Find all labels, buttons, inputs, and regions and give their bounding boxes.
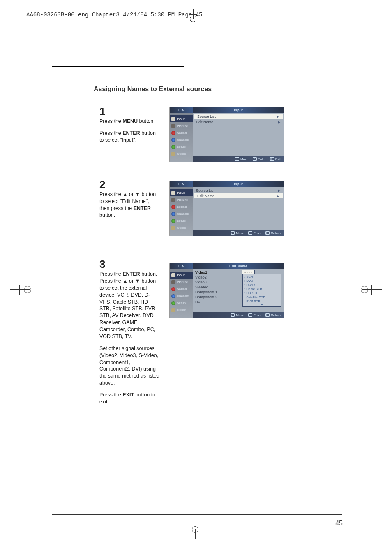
osd-footer: ♦Move ↵Enter ⅢExit	[193, 156, 284, 162]
osd-panel-title: Input	[193, 181, 284, 187]
name-dropdown: :VCR :DVD :D-VHS :Cable STB :HD STB :Sat…	[242, 274, 281, 307]
osd-main: Source List▶ Edit Name▶	[193, 187, 284, 230]
footer-return: ⅢReturn	[265, 231, 281, 235]
input-icon	[171, 117, 175, 121]
guide-icon	[171, 226, 175, 230]
dd-satellite-stb: :Satellite STB	[243, 295, 281, 299]
source-component1: Component 1	[193, 290, 238, 295]
footer-enter: ↵Enter	[253, 157, 266, 161]
source-video2: Video2	[193, 275, 238, 280]
osd-panel-title: Edit Name	[193, 263, 284, 269]
osd-tv-label: T V	[170, 181, 193, 187]
osd-row-source-list: Source List▶	[193, 188, 284, 193]
osd-sidebar: Input Picture Sound Channel Setup Guide	[170, 107, 193, 162]
footer-move: ♦Move	[235, 157, 249, 161]
edit-name-source-list: Video1 Video2 Video3 S-Video Component 1…	[193, 269, 238, 312]
sidebar-item-setup: Setup	[170, 143, 193, 150]
dd-vcr: :VCR	[243, 275, 281, 279]
sidebar-item-sound: Sound	[170, 129, 193, 136]
sidebar-item-input: Input	[170, 272, 193, 279]
osd-footer: ♦Move ↵Enter ⅢReturn	[193, 230, 284, 236]
osd-tv-label: T V	[170, 263, 193, 269]
dd-dvd: :DVD	[243, 279, 281, 283]
input-icon	[171, 273, 175, 277]
channel-icon	[171, 294, 175, 298]
chevron-down-icon: ▼	[243, 304, 281, 306]
crop-circle-left-icon	[24, 286, 31, 293]
sidebar-item-picture: Picture	[170, 279, 193, 286]
enter-icon: ↵	[248, 231, 252, 235]
source-dvi: DVI	[193, 299, 238, 304]
footer-return: ⅢReturn	[265, 313, 281, 317]
footer-move: ♦Move	[231, 313, 244, 317]
picture-icon	[171, 198, 175, 202]
osd-screenshot-3: T V Input Picture Sound Channel Setup Gu…	[169, 263, 284, 318]
sidebar-item-guide: Guide	[170, 224, 193, 231]
move-icon: ♦	[235, 157, 239, 161]
channel-icon	[171, 212, 175, 216]
sidebar-item-channel: Channel	[170, 210, 193, 217]
chevron-right-icon: ▶	[278, 189, 281, 193]
channel-icon	[171, 138, 175, 142]
sidebar-item-guide: Guide	[170, 306, 193, 313]
osd-row-edit-name: Edit Name▶	[193, 119, 284, 124]
footer-enter: ↵Enter	[248, 231, 261, 235]
footer-move: ♦Move	[231, 231, 244, 235]
osd-tv-label: T V	[170, 107, 193, 113]
sidebar-item-picture: Picture	[170, 122, 193, 129]
osd-sidebar: Input Picture Sound Channel Setup Guide	[170, 181, 193, 236]
move-icon: ♦	[231, 231, 235, 235]
sidebar-item-channel: Channel	[170, 292, 193, 299]
footer-enter: ↵Enter	[248, 313, 261, 317]
osd-panel-title: Input	[193, 107, 284, 113]
picture-icon	[171, 124, 175, 128]
dd-cable-stb: :Cable STB	[243, 287, 281, 291]
osd-row-edit-name: Edit Name▶	[194, 193, 283, 198]
sidebar-item-sound: Sound	[170, 203, 193, 210]
sidebar-item-input: Input	[170, 115, 193, 122]
source-component2: Component 2	[193, 295, 238, 299]
setup-icon	[171, 145, 175, 149]
sidebar-item-input: Input	[170, 189, 193, 196]
sound-icon	[171, 205, 175, 209]
return-icon: Ⅲ	[265, 313, 270, 317]
chevron-right-icon: ▶	[277, 194, 279, 198]
page-number: 45	[335, 520, 343, 527]
step-1-number: 1	[99, 105, 160, 118]
section-title: Assigning Names to External sources	[94, 85, 212, 93]
step-3-number: 3	[99, 258, 160, 271]
step-2-number: 2	[99, 178, 160, 191]
step-1: 1 Press the MENU button. Press the ENTER…	[99, 105, 160, 149]
sidebar-item-setup: Setup	[170, 217, 193, 224]
step-1-text: Press the MENU button. Press the ENTER b…	[99, 118, 160, 144]
step-2-text: Press the ▲ or ▼ button to select "Edit …	[99, 191, 160, 219]
top-empty-box	[52, 48, 184, 67]
source-video3: Video3	[193, 280, 238, 285]
osd-main: Video1 Video2 Video3 S-Video Component 1…	[193, 269, 284, 312]
return-icon: Ⅲ	[265, 231, 270, 235]
chevron-right-icon: ▶	[277, 115, 279, 119]
print-header: AA68-03263B-00_eng_Chapter3 4/21/04 5:30…	[26, 12, 202, 18]
osd-screenshot-2: T V Input Picture Sound Channel Setup Gu…	[169, 181, 284, 236]
osd-main: Source List▶ Edit Name▶	[193, 113, 284, 156]
crop-circle-icon	[190, 16, 196, 22]
crop-circle-right-icon	[361, 286, 368, 293]
osd-sidebar: Input Picture Sound Channel Setup Guide	[170, 263, 193, 318]
exit-icon: Ⅲ	[270, 157, 274, 161]
sidebar-item-setup: Setup	[170, 299, 193, 306]
enter-icon: ↵	[248, 313, 252, 317]
enter-icon: ↵	[253, 157, 257, 161]
sidebar-item-guide: Guide	[170, 150, 193, 157]
sound-icon	[171, 131, 175, 135]
dd-dvhs: :D-VHS	[243, 283, 281, 287]
guide-icon	[171, 152, 175, 156]
edit-name-values: :- - - - :VCR :DVD :D-VHS :Cable STB :HD…	[238, 269, 284, 312]
source-svideo: S-Video	[193, 285, 238, 290]
sidebar-item-channel: Channel	[170, 136, 193, 143]
input-icon	[171, 191, 175, 195]
step-3-text: Press the ENTER button. Press the ▲ or ▼…	[99, 271, 160, 405]
guide-icon	[171, 308, 175, 312]
dd-hd-stb: :HD STB	[243, 291, 281, 295]
step-3: 3 Press the ENTER button. Press the ▲ or…	[99, 258, 160, 410]
move-icon: ♦	[231, 313, 235, 317]
